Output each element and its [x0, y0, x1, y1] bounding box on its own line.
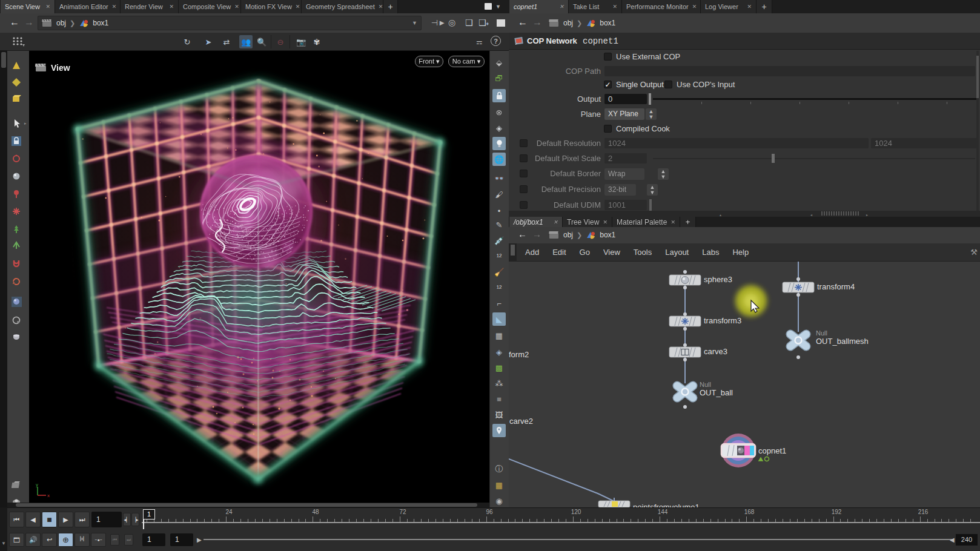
svg-text:y: y	[36, 482, 38, 487]
svg-text:x: x	[47, 493, 50, 498]
